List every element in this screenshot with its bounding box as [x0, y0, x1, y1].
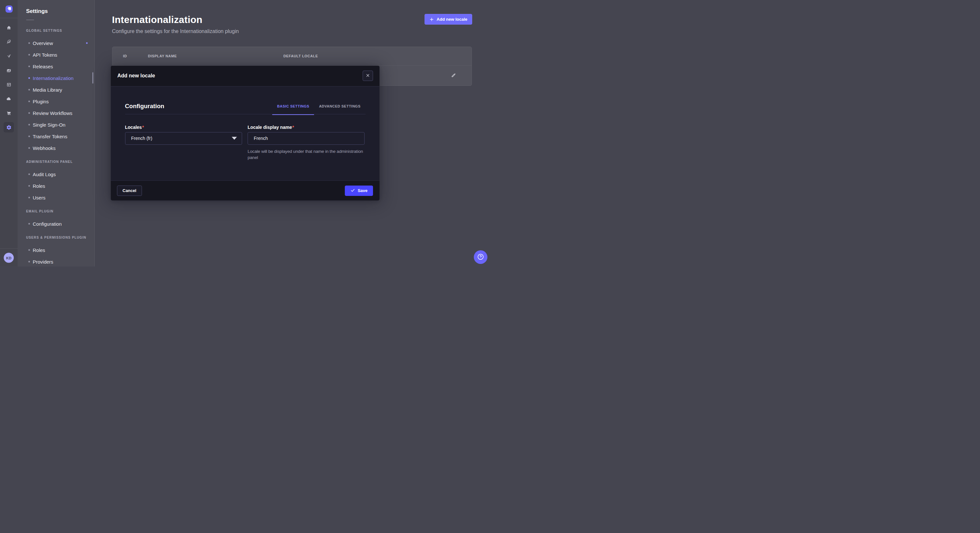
- sidebar-item-label: Webhooks: [33, 145, 56, 151]
- close-icon: [366, 73, 370, 78]
- plus-icon: [430, 17, 434, 22]
- display-name-hint: Locale will be displayed under that name…: [248, 148, 364, 160]
- sidebar-item-plugins[interactable]: Plugins: [19, 95, 94, 107]
- locales-select-value: French (fr): [131, 136, 152, 141]
- add-locale-button-label: Add new locale: [436, 17, 467, 22]
- subnav-title-divider: [26, 20, 34, 20]
- user-avatar[interactable]: KD: [4, 253, 14, 263]
- modal-footer: Cancel Save: [111, 180, 380, 200]
- sidebar-item-label: Plugins: [33, 99, 49, 104]
- sidebar-item-admin-users[interactable]: Users: [19, 192, 94, 203]
- nav-settings-button[interactable]: [3, 122, 14, 132]
- caret-down-icon: [232, 137, 237, 140]
- bullet-icon: [29, 197, 30, 198]
- cart-icon: [6, 111, 11, 116]
- main-nav-rail: KD: [0, 0, 18, 266]
- check-icon: [350, 188, 355, 194]
- bullet-icon: [29, 54, 30, 56]
- sidebar-item-internationalization[interactable]: Internationalization: [19, 72, 94, 84]
- tabs-divider: [125, 114, 366, 114]
- bullet-icon: [29, 113, 30, 114]
- nav-content-type-builder-button[interactable]: [3, 79, 14, 90]
- modal-tabs: BASIC SETTINGS ADVANCED SETTINGS: [272, 98, 365, 114]
- sidebar-item-label: Releases: [33, 64, 53, 69]
- sidebar-item-label: Configuration: [33, 221, 62, 227]
- bullet-icon: [29, 124, 30, 125]
- bullet-icon: [29, 101, 30, 102]
- cloud-icon: [6, 96, 11, 102]
- add-new-locale-button[interactable]: Add new locale: [425, 14, 472, 25]
- bullet-icon: [29, 249, 30, 251]
- subnav-title: Settings: [19, 0, 94, 16]
- settings-subnav: Settings GLOBAL SETTINGS Overview API To…: [19, 0, 95, 266]
- locales-field-group: Locales* French (fr): [125, 125, 242, 160]
- field-label-text: Locale display name: [248, 125, 292, 130]
- page-header: Internationalization Configure the setti…: [95, 0, 490, 34]
- sidebar-item-single-sign-on[interactable]: Single Sign-On: [19, 119, 94, 130]
- sidebar-item-media-library[interactable]: Media Library: [19, 84, 94, 95]
- rail-divider: [0, 18, 18, 18]
- sidebar-item-overview[interactable]: Overview: [19, 37, 94, 49]
- bullet-icon: [29, 78, 30, 79]
- help-button[interactable]: [474, 250, 487, 264]
- sidebar-item-releases[interactable]: Releases: [19, 60, 94, 72]
- sidebar-item-api-tokens[interactable]: API Tokens: [19, 49, 94, 60]
- sidebar-item-label: Media Library: [33, 87, 62, 93]
- sidebar-item-admin-roles[interactable]: Roles: [19, 180, 94, 192]
- sidebar-item-label: Internationalization: [33, 75, 73, 81]
- subnav-scrollbar[interactable]: [92, 72, 93, 84]
- page-title: Internationalization: [112, 14, 473, 25]
- modal-body: Configuration BASIC SETTINGS ADVANCED SE…: [111, 86, 380, 181]
- save-button-label: Save: [358, 188, 368, 193]
- field-label-text: Locales: [125, 125, 142, 130]
- sidebar-item-webhooks[interactable]: Webhooks: [19, 142, 94, 154]
- nav-cloud-button[interactable]: [3, 94, 14, 104]
- nav-marketplace-button[interactable]: [3, 108, 14, 118]
- bullet-icon: [29, 261, 30, 263]
- locales-select[interactable]: French (fr): [125, 132, 242, 145]
- cancel-button[interactable]: Cancel: [117, 186, 142, 196]
- tab-basic-settings[interactable]: BASIC SETTINGS: [272, 98, 314, 114]
- sidebar-item-review-workflows[interactable]: Review Workflows: [19, 107, 94, 119]
- notification-dot: [86, 43, 88, 44]
- modal-close-button[interactable]: [363, 71, 373, 81]
- sidebar-item-label: Transfer Tokens: [33, 134, 67, 139]
- gear-icon: [6, 125, 12, 130]
- display-name-input[interactable]: [248, 132, 364, 145]
- feather-icon: [6, 39, 11, 44]
- nav-home-button[interactable]: [3, 22, 14, 33]
- nav-content-manager-button[interactable]: [3, 36, 14, 47]
- sidebar-item-email-configuration[interactable]: Configuration: [19, 218, 94, 230]
- tab-label: ADVANCED SETTINGS: [319, 104, 360, 108]
- rail-divider-bottom: [0, 248, 18, 249]
- sidebar-item-label: Overview: [33, 40, 53, 46]
- tab-advanced-settings[interactable]: ADVANCED SETTINGS: [314, 98, 365, 114]
- section-label: ADMINISTRATION PANEL: [19, 159, 94, 165]
- sidebar-item-audit-logs[interactable]: Audit Logs: [19, 168, 94, 180]
- sidebar-item-up-providers[interactable]: Providers: [19, 256, 94, 266]
- bullet-icon: [29, 185, 30, 187]
- subnav-section-email-plugin: EMAIL PLUGIN Configuration: [19, 208, 94, 230]
- sidebar-item-transfer-tokens[interactable]: Transfer Tokens: [19, 130, 94, 142]
- sidebar-item-label: Roles: [33, 183, 45, 189]
- question-mark-icon: [477, 253, 485, 262]
- paper-plane-icon: [6, 54, 11, 59]
- modal-title: Add new locale: [117, 73, 155, 79]
- sidebar-item-label: Providers: [33, 259, 53, 265]
- strapi-logo[interactable]: [5, 5, 13, 13]
- sidebar-item-label: Audit Logs: [33, 171, 56, 177]
- sidebar-item-label: Roles: [33, 247, 45, 253]
- sidebar-item-label: API Tokens: [33, 52, 57, 58]
- subnav-section-administration-panel: ADMINISTRATION PANEL Audit Logs Roles Us…: [19, 159, 94, 203]
- save-button[interactable]: Save: [345, 186, 373, 196]
- nav-media-library-button[interactable]: [3, 65, 14, 75]
- column-header-default-locale: DEFAULT LOCALE: [283, 54, 318, 58]
- bullet-icon: [29, 43, 30, 44]
- edit-locale-button[interactable]: [450, 72, 457, 80]
- table-header-row: ID DISPLAY NAME DEFAULT LOCALE: [113, 47, 471, 65]
- sidebar-item-label: Single Sign-On: [33, 122, 65, 128]
- sidebar-item-up-roles[interactable]: Roles: [19, 244, 94, 256]
- column-header-id: ID: [123, 54, 127, 58]
- nav-release-button[interactable]: [3, 51, 14, 61]
- sidebar-item-label: Review Workflows: [33, 110, 72, 116]
